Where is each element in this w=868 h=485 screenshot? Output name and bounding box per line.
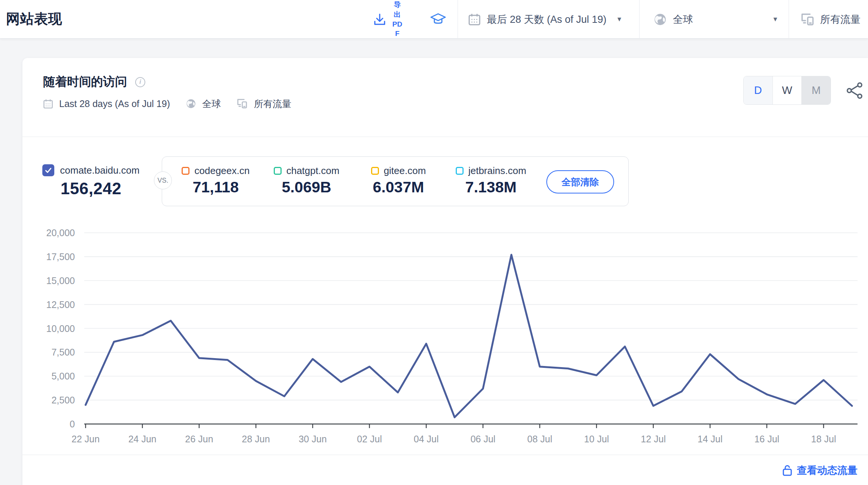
traffic-filter[interactable]: 所有流量 xyxy=(801,0,861,39)
granularity-month-button[interactable]: M xyxy=(802,76,831,104)
x-axis-tick-label: 04 Jul xyxy=(414,434,439,444)
visits-over-time-card: 随着时间的访问 i Last 28 days (As of Jul 19) 全球… xyxy=(22,58,868,485)
page-title: 网站表现 xyxy=(6,10,62,28)
calendar-icon xyxy=(468,13,481,26)
y-axis-tick-label: 2,500 xyxy=(51,395,75,405)
visits-chart[interactable]: 02,5005,0007,50010,00012,50015,00017,500… xyxy=(22,223,868,451)
y-axis-tick-label: 17,500 xyxy=(46,251,75,262)
date-range-label: 最后 28 天数 (As of Jul 19) xyxy=(487,13,607,26)
x-axis-tick-label: 12 Jul xyxy=(641,434,666,444)
subtitle-region: 全球 xyxy=(202,98,221,110)
competitor-value: 5.069B xyxy=(264,179,349,196)
y-axis-tick-label: 7,500 xyxy=(51,347,75,357)
competitor-value: 71,118 xyxy=(173,179,259,196)
y-axis-tick-label: 5,000 xyxy=(51,371,75,381)
export-pdf-button[interactable]: 导出 PDF xyxy=(373,0,403,39)
x-axis-tick-label: 16 Jul xyxy=(754,434,779,444)
vs-badge: VS. xyxy=(154,171,172,189)
learn-button[interactable] xyxy=(426,0,450,39)
export-pdf-label: 导出 PDF xyxy=(392,0,403,39)
subtitle-date-range: Last 28 days (As of Jul 19) xyxy=(59,98,170,109)
primary-site-legend: comate.baidu.com 156,242 xyxy=(35,164,147,198)
download-icon xyxy=(373,13,386,26)
competitor-value: 6.037M xyxy=(355,179,441,196)
check-icon xyxy=(45,167,52,174)
competitor-domain: gitee.com xyxy=(384,165,426,177)
y-axis-tick-label: 15,000 xyxy=(46,275,75,286)
calendar-icon xyxy=(43,99,53,109)
granularity-toggle: D W M xyxy=(743,76,831,105)
region-label: 全球 xyxy=(673,13,693,26)
x-axis-tick-label: 10 Jul xyxy=(584,434,609,444)
x-axis-tick-label: 08 Jul xyxy=(527,434,552,444)
globe-icon xyxy=(653,13,667,26)
x-axis-tick-label: 22 Jun xyxy=(72,434,100,444)
graduation-cap-icon xyxy=(430,12,446,27)
competitor-domain: codegeex.cn xyxy=(194,165,249,177)
chevron-down-icon: ▼ xyxy=(772,16,779,23)
legend-square xyxy=(371,167,379,175)
x-axis-tick-label: 06 Jul xyxy=(470,434,495,444)
devices-icon xyxy=(801,12,815,27)
competitor-domain: jetbrains.com xyxy=(468,165,526,177)
legend-square xyxy=(456,167,464,175)
clear-all-button[interactable]: 全部清除 xyxy=(546,170,614,193)
header-divider xyxy=(458,0,458,39)
primary-site-value: 156,242 xyxy=(35,179,147,198)
info-icon[interactable]: i xyxy=(135,77,145,87)
view-dynamic-traffic-link[interactable]: 查看动态流量 xyxy=(782,464,858,477)
y-axis-tick-label: 10,000 xyxy=(46,323,75,334)
y-axis-tick-label: 0 xyxy=(70,419,75,429)
competitor-item: jetbrains.com 7.138M xyxy=(446,165,536,196)
share-icon[interactable] xyxy=(846,82,864,99)
card-subtitle: Last 28 days (As of Jul 19) 全球 所有流量 xyxy=(43,97,291,110)
competitor-toggle[interactable]: gitee.com xyxy=(355,165,441,177)
competitor-value: 7.138M xyxy=(446,179,536,196)
card-title-row: 随着时间的访问 i xyxy=(43,74,145,90)
y-axis-tick-label: 20,000 xyxy=(46,228,75,238)
traffic-label: 所有流量 xyxy=(820,13,861,26)
subtitle-traffic: 所有流量 xyxy=(254,98,291,110)
region-selector[interactable]: 全球 xyxy=(653,0,783,39)
date-range-selector[interactable]: 最后 28 天数 (As of Jul 19) ▼ xyxy=(468,0,622,39)
website-performance-page: 网站表现 导出 PDF 最后 28 天数 (As of Jul 19) xyxy=(0,0,868,485)
competitors-box: codegeex.cn 71,118 chatgpt.com 5.069B gi… xyxy=(162,156,629,206)
card-title: 随着时间的访问 xyxy=(43,74,127,90)
globe-icon xyxy=(186,98,196,109)
competitor-domain: chatgpt.com xyxy=(286,165,340,177)
competitor-toggle[interactable]: jetbrains.com xyxy=(446,165,536,177)
divider xyxy=(22,137,868,137)
view-dynamic-traffic-label: 查看动态流量 xyxy=(797,464,858,477)
competitor-item: codegeex.cn 71,118 xyxy=(173,165,259,196)
primary-site-domain: comate.baidu.com xyxy=(60,165,139,176)
top-header: 网站表现 导出 PDF 最后 28 天数 (As of Jul 19) xyxy=(0,0,868,39)
legend-square xyxy=(274,167,282,175)
visits-line-series xyxy=(86,255,852,417)
x-axis-tick-label: 28 Jun xyxy=(242,434,270,444)
granularity-day-button[interactable]: D xyxy=(744,76,773,104)
primary-site-checkbox[interactable] xyxy=(42,164,54,176)
lock-icon xyxy=(782,464,792,476)
legend-square xyxy=(182,167,189,175)
x-axis-tick-label: 30 Jun xyxy=(298,434,327,444)
x-axis-tick-label: 02 Jul xyxy=(357,434,382,444)
region-caret[interactable]: ▼ xyxy=(768,0,779,39)
granularity-week-button[interactable]: W xyxy=(773,76,802,104)
devices-icon xyxy=(237,98,248,109)
header-divider xyxy=(789,0,789,39)
x-axis-tick-label: 26 Jun xyxy=(185,434,213,444)
x-axis-tick-label: 24 Jun xyxy=(128,434,157,444)
header-divider xyxy=(639,0,640,39)
divider xyxy=(22,455,868,455)
y-axis-tick-label: 12,500 xyxy=(46,299,75,310)
competitor-item: gitee.com 6.037M xyxy=(355,165,441,196)
competitor-toggle[interactable]: codegeex.cn xyxy=(173,165,259,177)
x-axis-tick-label: 14 Jul xyxy=(698,434,723,444)
chevron-down-icon: ▼ xyxy=(616,16,623,23)
competitor-toggle[interactable]: chatgpt.com xyxy=(264,165,349,177)
competitor-item: chatgpt.com 5.069B xyxy=(264,165,349,196)
x-axis-tick-label: 18 Jul xyxy=(811,434,836,444)
